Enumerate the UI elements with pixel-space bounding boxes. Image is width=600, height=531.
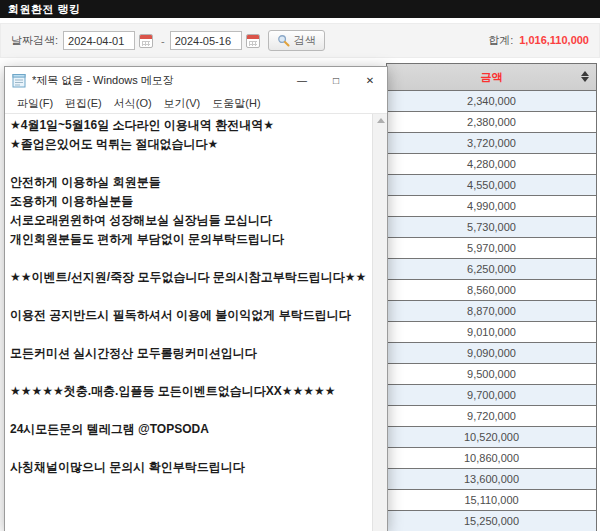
amount-header-label: 금액 (481, 70, 503, 85)
notepad-line (10, 363, 368, 382)
menu-item-3[interactable]: 보기(V) (158, 94, 207, 113)
search-button-label: 검색 (294, 33, 316, 48)
table-row[interactable]: 9,720,000 (387, 405, 596, 426)
notepad-line (10, 401, 368, 420)
notepad-line: 개인회원분들도 편하게 부담없이 문의부탁드립니다 (10, 230, 368, 249)
date-range-separator: - (161, 35, 165, 47)
search-button[interactable]: 검색 (268, 30, 325, 51)
menu-item-1[interactable]: 편집(E) (59, 94, 108, 113)
notepad-line: ★졸업은있어도 먹튀는 절대없습니다★ (10, 135, 368, 154)
search-toolbar: 날짜검색: - 검색 합계: 1,016,110,000 (0, 23, 600, 58)
date-to-input[interactable] (170, 31, 242, 50)
notepad-line (10, 249, 368, 268)
sort-icon[interactable] (581, 71, 589, 82)
table-row[interactable]: 9,010,000 (387, 321, 596, 342)
notepad-line: 모든커미션 실시간정산 모두롤링커미션입니다 (10, 344, 368, 363)
date-search-label: 날짜검색: (11, 33, 58, 48)
page-title: 회원환전 랭킹 (8, 2, 81, 17)
table-row[interactable]: 15,250,000 (387, 510, 596, 531)
notepad-line: ★4월1일~5월16일 소다라인 이용내역 환전내역★ (10, 116, 368, 135)
table-row[interactable]: 9,500,000 (387, 363, 596, 384)
table-row[interactable]: 2,380,000 (387, 111, 596, 132)
minimize-button[interactable]: — (285, 67, 319, 93)
table-row[interactable]: 4,550,000 (387, 174, 596, 195)
table-row[interactable]: 6,250,000 (387, 258, 596, 279)
notepad-line: 안전하게 이용하실 회원분들 (10, 173, 368, 192)
table-row[interactable]: 9,090,000 (387, 342, 596, 363)
notepad-body: ★4월1일~5월16일 소다라인 이용내역 환전내역★★졸업은있어도 먹튀는 절… (5, 113, 387, 531)
table-row[interactable]: 3,720,000 (387, 132, 596, 153)
table-row[interactable]: 4,280,000 (387, 153, 596, 174)
total-value: 1,016,110,000 (519, 34, 589, 46)
notepad-text-area[interactable]: ★4월1일~5월16일 소다라인 이용내역 환전내역★★졸업은있어도 먹튀는 절… (5, 114, 372, 531)
menu-item-0[interactable]: 파일(F) (11, 94, 59, 113)
notepad-line: ★★★★★첫충.매충.입플등 모든이벤트없습니다XX★★★★★ (10, 382, 368, 401)
notepad-line (10, 325, 368, 344)
notepad-line: 서로오래윈윈하여 성장해보실 실장님들 모십니다 (10, 211, 368, 230)
table-row[interactable]: 15,110,000 (387, 489, 596, 510)
close-button[interactable]: ✕ (353, 67, 387, 93)
amount-table: 금액 2,340,0002,380,0003,720,0004,280,0004… (386, 63, 597, 531)
table-row[interactable]: 4,990,000 (387, 195, 596, 216)
page-header: 회원환전 랭킹 (0, 0, 600, 18)
total-label: 합계: (488, 34, 513, 46)
table-row[interactable]: 8,560,000 (387, 279, 596, 300)
total-summary: 합계: 1,016,110,000 (488, 33, 589, 48)
menu-item-4[interactable]: 도움말(H) (206, 94, 266, 113)
calendar-icon-from[interactable] (139, 34, 153, 48)
menu-item-2[interactable]: 서식(O) (108, 94, 158, 113)
sort-down-arrow (581, 77, 589, 82)
search-icon (277, 34, 290, 47)
notepad-line: 조용하게 이용하실분들 (10, 192, 368, 211)
notepad-line (10, 287, 368, 306)
notepad-icon (12, 73, 26, 88)
calendar-icon-to[interactable] (246, 34, 260, 48)
notepad-line: ★★이벤트/선지원/죽장 모두없습니다 문의시참고부탁드립니다★★ (10, 268, 368, 287)
table-row[interactable]: 10,520,000 (387, 426, 596, 447)
notepad-line: 사칭채널이많으니 문의시 확인부탁드립니다 (10, 458, 368, 477)
date-from-input[interactable] (63, 31, 135, 50)
notepad-window: *제목 없음 - Windows 메모장 — □ ✕ 파일(F)편집(E)서식(… (4, 66, 388, 531)
notepad-line (10, 439, 368, 458)
table-row[interactable]: 5,730,000 (387, 216, 596, 237)
table-body: 2,340,0002,380,0003,720,0004,280,0004,55… (387, 90, 596, 531)
sort-up-arrow (581, 71, 589, 76)
scroll-up-icon (377, 118, 385, 123)
table-row[interactable]: 8,870,000 (387, 300, 596, 321)
notepad-titlebar[interactable]: *제목 없음 - Windows 메모장 — □ ✕ (5, 67, 387, 93)
table-row[interactable]: 10,860,000 (387, 447, 596, 468)
notepad-line: 24시모든문의 텔레그램 @TOPSODA (10, 420, 368, 439)
amount-column-header[interactable]: 금액 (387, 64, 596, 90)
notepad-menubar: 파일(F)편집(E)서식(O)보기(V)도움말(H) (5, 93, 387, 113)
notepad-line: 이용전 공지반드시 필독하셔서 이용에 불이익없게 부탁드립니다 (10, 306, 368, 325)
maximize-button[interactable]: □ (319, 67, 353, 93)
table-row[interactable]: 2,340,000 (387, 90, 596, 111)
table-row[interactable]: 9,700,000 (387, 384, 596, 405)
table-row[interactable]: 13,600,000 (387, 468, 596, 489)
notepad-scrollbar[interactable] (372, 114, 387, 531)
notepad-line (10, 154, 368, 173)
notepad-title: *제목 없음 - Windows 메모장 (32, 73, 285, 88)
table-row[interactable]: 5,970,000 (387, 237, 596, 258)
